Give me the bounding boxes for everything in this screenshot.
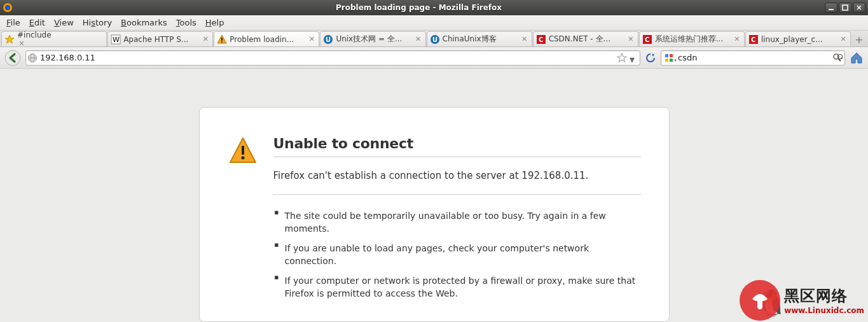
navigation-toolbar: ▾ ▾	[0, 47, 868, 69]
tab-close-icon[interactable]: ✕	[626, 35, 635, 44]
error-title: Unable to connect	[273, 136, 641, 157]
tab-favicon-icon: U	[323, 34, 333, 45]
site-identity-icon[interactable]	[27, 53, 38, 63]
svg-point-33	[241, 157, 244, 160]
svg-line-31	[841, 58, 843, 59]
svg-rect-27	[670, 59, 673, 62]
reload-button[interactable]	[644, 52, 657, 64]
tab-close-icon[interactable]: ✕	[520, 35, 529, 44]
svg-text:C: C	[539, 36, 543, 43]
svg-rect-25	[670, 54, 673, 57]
minimize-button[interactable]	[825, 3, 837, 13]
warning-icon	[228, 136, 258, 309]
tab-label: Apache HTTP S...	[123, 35, 198, 44]
urlbar-dropdown-icon[interactable]: ▾	[630, 53, 638, 62]
tab-3[interactable]: UUnix技术网 = 全...✕	[320, 31, 425, 46]
tab-label: Unix技术网 = 全...	[336, 34, 411, 45]
close-button[interactable]	[853, 3, 865, 13]
svg-rect-3	[843, 5, 848, 10]
svg-text:C: C	[645, 36, 649, 43]
menu-bar: File Edit View History Bookmarks Tools H…	[0, 15, 868, 31]
tab-favicon-icon	[217, 34, 227, 45]
tab-1[interactable]: WApache HTTP S...✕	[107, 31, 213, 46]
new-tab-button[interactable]: +	[851, 32, 867, 46]
page-content: Unable to connect Firefox can't establis…	[0, 69, 868, 322]
tab-favicon-icon: C	[642, 34, 652, 45]
tab-close-icon[interactable]: ✕	[201, 35, 210, 44]
menu-help[interactable]: Help	[202, 17, 228, 29]
error-suggestion-list: The site could be temporarily unavailabl…	[273, 206, 641, 322]
tab-close-icon[interactable]: ✕	[839, 35, 848, 44]
search-go-icon[interactable]	[832, 53, 843, 63]
tab-close-icon[interactable]: ✕	[414, 35, 423, 44]
tab-label: #include✕	[17, 31, 104, 48]
tab-label: Problem loadin...	[230, 35, 305, 44]
back-button[interactable]	[4, 49, 22, 67]
menu-tools[interactable]: Tools	[172, 17, 200, 29]
search-bar[interactable]: ▾	[661, 50, 845, 66]
tab-close-icon[interactable]: ✕	[307, 35, 316, 44]
tab-label: CSDN.NET - 全...	[549, 34, 624, 45]
search-engine-google-icon[interactable]: ▾	[663, 53, 675, 63]
tab-close-icon[interactable]: ✕	[17, 39, 26, 48]
tab-5[interactable]: CCSDN.NET - 全...✕	[533, 31, 638, 46]
menu-history[interactable]: History	[79, 17, 116, 29]
svg-point-20	[5, 50, 20, 66]
error-page-box: Unable to connect Firefox can't establis…	[199, 107, 670, 322]
tab-2[interactable]: Problem loadin...✕	[214, 31, 319, 46]
svg-rect-26	[665, 59, 668, 62]
tab-0[interactable]: #include✕	[1, 31, 107, 46]
url-bar[interactable]: ▾	[25, 50, 640, 66]
svg-text:U: U	[432, 36, 437, 43]
menu-view[interactable]: View	[50, 17, 78, 29]
tab-bar: #include✕WApache HTTP S...✕Problem loadi…	[0, 31, 868, 47]
maximize-button[interactable]	[839, 3, 851, 13]
svg-text:U: U	[326, 36, 331, 43]
error-description: Firefox can't establish a connection to …	[273, 170, 641, 195]
tab-7[interactable]: Clinux_player_c...✕	[745, 31, 851, 46]
tab-favicon-icon: C	[748, 34, 759, 45]
tab-label: linux_player_c...	[761, 35, 836, 44]
chevron-down-icon: ▾	[674, 58, 677, 63]
home-button[interactable]	[849, 50, 864, 66]
tab-favicon-icon: U	[430, 34, 440, 45]
tab-6[interactable]: C系统运维热门推荐...✕	[639, 31, 745, 46]
search-input[interactable]	[678, 53, 829, 62]
tab-close-icon[interactable]: ✕	[733, 35, 741, 44]
menu-edit[interactable]: Edit	[25, 17, 49, 29]
tab-favicon-icon: C	[536, 34, 546, 45]
svg-rect-24	[665, 54, 668, 57]
svg-point-9	[221, 41, 223, 43]
svg-rect-2	[829, 9, 834, 10]
tab-label: ChinaUnix博客	[443, 34, 518, 45]
error-suggestion: If you are unable to load any pages, che…	[273, 239, 641, 271]
error-suggestion: If your computer or network is protected…	[273, 271, 641, 304]
svg-text:W: W	[113, 36, 120, 44]
svg-rect-8	[221, 38, 223, 41]
svg-rect-32	[242, 146, 244, 155]
window-titlebar: Problem loading page - Mozilla Firefox	[0, 0, 868, 15]
menu-bookmarks[interactable]: Bookmarks	[117, 17, 171, 29]
url-input[interactable]	[40, 53, 614, 62]
svg-point-1	[5, 5, 10, 10]
menu-file[interactable]: File	[3, 17, 24, 29]
tab-favicon-icon	[4, 34, 15, 45]
bookmark-star-icon[interactable]	[617, 53, 627, 63]
tab-favicon-icon: W	[111, 34, 121, 45]
firefox-logo-icon	[3, 3, 13, 13]
tab-4[interactable]: UChinaUnix博客✕	[427, 31, 532, 46]
error-suggestion: The site could be temporarily unavailabl…	[273, 206, 641, 239]
svg-text:C: C	[751, 36, 755, 43]
tab-label: 系统运维热门推荐...	[655, 34, 730, 45]
window-title: Problem loading page - Mozilla Firefox	[13, 3, 825, 12]
